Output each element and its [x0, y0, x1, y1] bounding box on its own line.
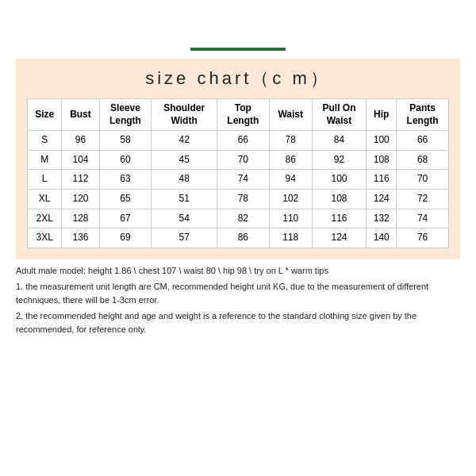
table-cell: 2XL	[28, 209, 62, 228]
table-cell: 86	[269, 150, 312, 170]
table-cell: 42	[152, 131, 217, 151]
size-chart-table: SizeBustSleeveLengthShoulderWidthTopLeng…	[27, 98, 449, 248]
table-cell: 58	[99, 131, 152, 151]
table-cell: 74	[397, 209, 449, 228]
table-cell: 48	[152, 170, 217, 190]
table-cell: 68	[397, 150, 449, 170]
column-header: Size	[28, 99, 62, 131]
notes-section: Adult male model: height 1.86 \ chest 10…	[16, 264, 460, 340]
table-row: 3XL13669578611812414076	[28, 228, 449, 248]
table-cell: 76	[397, 228, 449, 248]
table-cell: 78	[269, 131, 312, 151]
table-cell: 65	[99, 189, 152, 209]
table-cell: 86	[217, 228, 269, 248]
table-row: S96584266788410066	[28, 131, 449, 151]
table-cell: 66	[217, 131, 269, 151]
chart-container: size chart（c m） SizeBustSleeveLengthShou…	[16, 59, 460, 259]
table-cell: 84	[312, 131, 367, 151]
table-cell: 112	[62, 170, 99, 190]
table-cell: 128	[62, 209, 99, 228]
table-cell: 136	[62, 228, 99, 248]
table-cell: 82	[217, 209, 269, 228]
table-cell: 54	[152, 209, 217, 228]
table-cell: 104	[62, 150, 99, 170]
table-cell: 124	[367, 189, 397, 209]
table-cell: 67	[99, 209, 152, 228]
table-cell: 132	[367, 209, 397, 228]
table-cell: 66	[397, 131, 449, 151]
table-cell: 78	[217, 189, 269, 209]
table-cell: 118	[269, 228, 312, 248]
table-cell: 60	[99, 150, 152, 170]
table-cell: 92	[312, 150, 367, 170]
column-header: Waist	[269, 99, 312, 131]
column-header: Hip	[367, 99, 397, 131]
column-header: Bust	[62, 99, 99, 131]
table-cell: 100	[312, 170, 367, 190]
notes-list: 1. the measurement unit length are CM, r…	[16, 280, 460, 336]
table-row: M104604570869210868	[28, 150, 449, 170]
table-cell: 74	[217, 170, 269, 190]
column-header: TopLength	[217, 99, 269, 131]
column-header: ShoulderWidth	[152, 99, 217, 131]
table-cell: M	[28, 150, 62, 170]
top-bar	[190, 48, 286, 51]
table-cell: 108	[367, 150, 397, 170]
note-item: 1. the measurement unit length are CM, r…	[16, 280, 460, 306]
table-cell: 102	[269, 189, 312, 209]
table-cell: 70	[397, 170, 449, 190]
table-cell: 51	[152, 189, 217, 209]
table-cell: 70	[217, 150, 269, 170]
chart-title: size chart（c m）	[27, 67, 449, 90]
table-cell: 72	[397, 189, 449, 209]
table-cell: 140	[367, 228, 397, 248]
table-cell: XL	[28, 189, 62, 209]
table-row: 2XL12867548211011613274	[28, 209, 449, 228]
table-row: L1126348749410011670	[28, 170, 449, 190]
table-cell: 110	[269, 209, 312, 228]
table-cell: 3XL	[28, 228, 62, 248]
column-header: Pull OnWaist	[312, 99, 367, 131]
table-cell: 120	[62, 189, 99, 209]
column-header: PantsLength	[397, 99, 449, 131]
table-cell: 116	[312, 209, 367, 228]
table-cell: 94	[269, 170, 312, 190]
table-cell: 100	[367, 131, 397, 151]
table-cell: 108	[312, 189, 367, 209]
note-item: 2. the recommended height and age and we…	[16, 309, 460, 336]
table-cell: 69	[99, 228, 152, 248]
table-cell: 96	[62, 131, 99, 151]
table-cell: 45	[152, 150, 217, 170]
table-cell: L	[28, 170, 62, 190]
table-cell: 57	[152, 228, 217, 248]
model-note: Adult male model: height 1.86 \ chest 10…	[16, 264, 460, 278]
table-row: XL12065517810210812472	[28, 189, 449, 209]
table-cell: S	[28, 131, 62, 151]
table-cell: 116	[367, 170, 397, 190]
table-cell: 63	[99, 170, 152, 190]
table-cell: 124	[312, 228, 367, 248]
column-header: SleeveLength	[99, 99, 152, 131]
